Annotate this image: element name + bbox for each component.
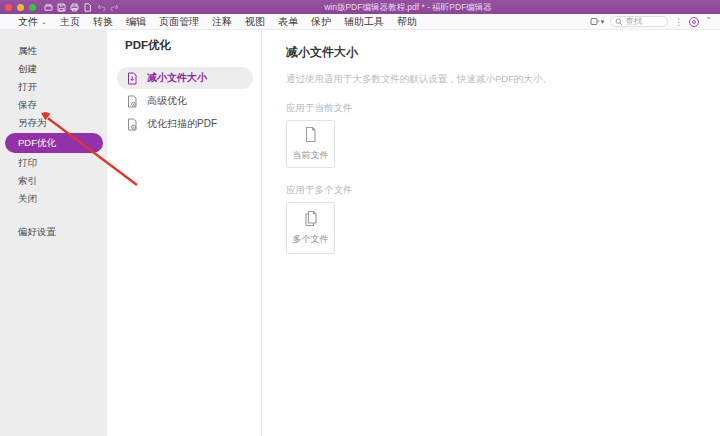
menu-home[interactable]: 主页 xyxy=(60,15,80,29)
single-file-icon xyxy=(303,126,318,143)
search-icon xyxy=(615,18,623,26)
multiple-files-card[interactable]: 多个文件 xyxy=(286,202,335,254)
sidebar-item-pdf-optimize[interactable]: PDF优化 xyxy=(5,133,103,153)
reduce-size-icon xyxy=(126,72,138,85)
optimize-item-scanned-pdf[interactable]: 优化扫描的PDF xyxy=(117,113,253,135)
multiple-files-card-label: 多个文件 xyxy=(293,233,329,246)
content-title: 减小文件大小 xyxy=(286,44,720,61)
optimize-item-reduce-size[interactable]: 减小文件大小 xyxy=(117,67,253,89)
menu-help[interactable]: 帮助 xyxy=(397,15,417,29)
new-document-icon[interactable] xyxy=(83,3,92,12)
zoom-button[interactable] xyxy=(29,4,36,11)
search-placeholder: 查找 xyxy=(625,16,642,27)
redo-icon[interactable] xyxy=(110,3,120,12)
advanced-optimize-icon xyxy=(126,95,138,108)
print-icon[interactable] xyxy=(70,3,79,12)
section-label-multiple-files: 应用于多个文件 xyxy=(286,184,720,197)
undo-icon[interactable] xyxy=(96,3,106,12)
open-icon[interactable] xyxy=(44,3,53,12)
content-panel: 减小文件大小 通过使用适用于大多数文件的默认设置，快速减小PDF的大小。 应用于… xyxy=(262,30,720,436)
sidebar-item-open[interactable]: 打开 xyxy=(0,78,107,96)
content-description: 通过使用适用于大多数文件的默认设置，快速减小PDF的大小。 xyxy=(286,73,720,86)
close-button[interactable] xyxy=(5,4,12,11)
collapse-toolbar-icon[interactable]: ⌃ xyxy=(705,16,712,25)
sidebar-item-close[interactable]: 关闭 xyxy=(0,190,107,208)
search-input[interactable]: 查找 xyxy=(610,16,668,27)
menubar: 文件⌄ 主页 转换 编辑 页面管理 注释 视图 表单 保护 辅助工具 帮助 ▾ … xyxy=(0,14,720,30)
titlebar: win版PDF编辑器教程.pdf * - 福昕PDF编辑器 xyxy=(0,0,720,14)
menu-view[interactable]: 视图 xyxy=(245,15,265,29)
sidebar-item-save-as[interactable]: 另存为 xyxy=(0,114,107,132)
traffic-lights xyxy=(5,4,36,11)
file-menu-sidebar: 属性 创建 打开 保存 另存为 PDF优化 打印 索引 关闭 偏好设置 xyxy=(0,30,107,436)
menu-accessibility[interactable]: 辅助工具 xyxy=(344,15,384,29)
menu-page-manage[interactable]: 页面管理 xyxy=(159,15,199,29)
sidebar-item-print[interactable]: 打印 xyxy=(0,154,107,172)
pdf-editor-window: win版PDF编辑器教程.pdf * - 福昕PDF编辑器 文件⌄ 主页 转换 … xyxy=(0,0,720,436)
multiple-files-icon xyxy=(303,210,319,227)
optimize-panel: PDF优化 减小文件大小 高级优化 xyxy=(107,30,262,436)
optimize-item-advanced[interactable]: 高级优化 xyxy=(117,90,253,112)
menu-edit[interactable]: 编辑 xyxy=(126,15,146,29)
sidebar-item-properties[interactable]: 属性 xyxy=(0,42,107,60)
current-file-card-label: 当前文件 xyxy=(293,149,329,162)
save-icon[interactable] xyxy=(57,3,66,12)
optimize-panel-title: PDF优化 xyxy=(107,38,261,53)
sidebar-item-index[interactable]: 索引 xyxy=(0,172,107,190)
account-icon[interactable] xyxy=(689,17,699,27)
menu-protect[interactable]: 保护 xyxy=(311,15,331,29)
sidebar-item-save[interactable]: 保存 xyxy=(0,96,107,114)
current-file-card[interactable]: 当前文件 xyxy=(286,120,335,168)
more-options-icon[interactable]: ⋮ xyxy=(674,17,683,27)
sidebar-item-create[interactable]: 创建 xyxy=(0,60,107,78)
menu-file[interactable]: 文件⌄ xyxy=(18,15,47,29)
search-mode-icon[interactable]: ▾ xyxy=(590,17,605,26)
menu-comment[interactable]: 注释 xyxy=(212,15,232,29)
chevron-down-icon: ⌄ xyxy=(41,18,47,26)
menu-convert[interactable]: 转换 xyxy=(93,15,113,29)
sidebar-item-preferences[interactable]: 偏好设置 xyxy=(0,223,107,241)
scanned-pdf-icon xyxy=(126,118,138,131)
section-label-current-file: 应用于当前文件 xyxy=(286,102,720,115)
minimize-button[interactable] xyxy=(17,4,24,11)
menu-form[interactable]: 表单 xyxy=(278,15,298,29)
